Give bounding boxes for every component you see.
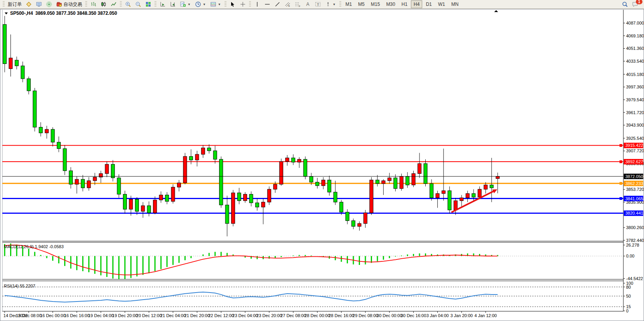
bear-candle <box>63 148 67 171</box>
yellow-package-icon <box>26 1 32 7</box>
dropdown-caret[interactable]: ▼ <box>202 3 206 6</box>
bear-candle <box>376 180 379 183</box>
cursor-icon <box>230 1 236 7</box>
vertical-line-tool-button[interactable] <box>252 0 262 8</box>
timeframe-button-w1[interactable]: W1 <box>435 0 448 8</box>
bear-candle <box>472 194 476 197</box>
line-anchor[interactable] <box>619 197 622 200</box>
timeframe-button-m5[interactable]: M5 <box>355 0 367 8</box>
search-button[interactable] <box>620 0 630 8</box>
price-tick-label: 4069.180 <box>626 34 644 38</box>
rsi-tick-label: 0 <box>626 309 628 313</box>
template-button[interactable]: ▼ <box>208 0 223 8</box>
bull-candle <box>412 174 415 185</box>
trend-arrow[interactable] <box>451 189 497 212</box>
chart-canvas[interactable]: 4087.0004069.1804051.3604033.5404015.180… <box>0 9 644 321</box>
bear-candle <box>207 148 211 151</box>
auto-trading-button[interactable]: 自动交易 <box>54 0 84 9</box>
horizontal-line-tool-button[interactable] <box>262 0 272 8</box>
toolbar-drag-handle[interactable] <box>3 1 5 7</box>
chat-button[interactable]: 1 <box>630 0 640 8</box>
dropdown-caret[interactable]: ▼ <box>332 3 336 6</box>
new-order-label: 新订单 <box>8 1 22 8</box>
timeframe-button-m15[interactable]: M15 <box>368 0 383 8</box>
add-indicator-button[interactable]: ▼ <box>178 0 193 8</box>
dropdown-caret[interactable]: ▼ <box>187 3 191 6</box>
chart-window: 4087.0004069.1804051.3604033.5404015.180… <box>0 9 644 321</box>
bull-candle <box>129 199 133 209</box>
chart-marker-icon[interactable] <box>494 10 498 12</box>
auto-scroll-button[interactable] <box>158 0 168 8</box>
toolbar-drag-handle[interactable] <box>225 1 226 7</box>
svg-text:F: F <box>299 5 300 7</box>
bear-candle <box>165 195 169 201</box>
line-anchor[interactable] <box>619 160 622 163</box>
arrows-tool-button[interactable]: ▼ <box>323 0 338 8</box>
time-tick-label: 3 Jan 04:00 <box>426 313 449 318</box>
price-tick-label: 4015.180 <box>626 72 644 77</box>
tile-windows-button[interactable] <box>143 0 153 8</box>
time-tick-label: 30 Dec 16:00 <box>401 313 426 318</box>
bar-chart-mode-button[interactable] <box>88 0 98 8</box>
price-tick-label: 3800.260 <box>626 225 644 230</box>
text-tool-button[interactable]: A <box>303 0 313 8</box>
timeframe-button-d1[interactable]: D1 <box>423 0 434 8</box>
line-chart-mode-button[interactable] <box>109 0 119 8</box>
bull-candle <box>105 164 109 174</box>
crosshair-icon <box>240 1 246 7</box>
signal-button[interactable] <box>44 0 54 8</box>
macd-values: 1.9402 -0.0583 <box>35 244 63 249</box>
time-tick-label: 16 Dec 16:00 <box>64 313 89 318</box>
timeframe-button-m30[interactable]: M30 <box>383 0 398 8</box>
macd-indicator-label: MACD(12,26,9) 1.9402 -0.0583 <box>4 244 64 249</box>
bull-candle <box>484 185 488 189</box>
new-order-button[interactable]: 新订单 <box>6 0 24 9</box>
fibonacci-tool-button[interactable]: F <box>293 0 303 8</box>
cursor-tool-button[interactable] <box>228 0 238 8</box>
zoom-in-button[interactable] <box>123 0 133 8</box>
zoom-out-button[interactable] <box>133 0 143 8</box>
dropdown-caret[interactable]: ▼ <box>218 3 221 6</box>
text-label-tool-button[interactable]: T <box>313 0 323 8</box>
price-line-badge-label: 3820.441 <box>625 211 643 215</box>
bear-candle <box>69 171 72 184</box>
macd-tick-label: -44.5422 <box>626 276 643 281</box>
open-data-folder-button[interactable] <box>24 0 34 8</box>
line-anchor[interactable] <box>619 144 622 147</box>
macd-tick-label: 0.00 <box>626 254 634 258</box>
candlestick-mode-button[interactable] <box>98 0 109 8</box>
terminal-button[interactable] <box>34 0 44 8</box>
toolbar-drag-handle[interactable] <box>249 1 251 7</box>
equidistant-channel-icon: E <box>284 1 291 7</box>
bear-candle <box>219 159 223 205</box>
timeframe-button-h4[interactable]: H4 <box>411 0 422 8</box>
period-button[interactable]: ▼ <box>193 0 208 8</box>
toolbar-drag-handle[interactable] <box>154 1 156 7</box>
toolbar-drag-handle[interactable] <box>85 1 87 7</box>
text-label-icon: T <box>315 1 321 7</box>
price-tick-label: 4051.360 <box>626 46 644 51</box>
crosshair-tool-button[interactable] <box>238 0 248 8</box>
bear-candle <box>328 180 331 192</box>
timeframe-button-m1[interactable]: M1 <box>343 0 355 8</box>
chart-shift-button[interactable] <box>168 0 178 8</box>
toolbar-drag-handle[interactable] <box>120 1 122 7</box>
one-click-expand-icon[interactable] <box>5 12 8 14</box>
timeframe-button-h1[interactable]: H1 <box>399 0 410 8</box>
trendline-tool-button[interactable] <box>272 0 283 8</box>
price-tick-label: 3925.540 <box>626 136 644 141</box>
rsi-value: 55.2207 <box>20 284 35 288</box>
price-line-badge-label: 3872.050 <box>625 174 643 179</box>
time-tick-label: 23 Dec 20:00 <box>256 313 282 318</box>
bear-candle <box>340 202 343 212</box>
macd-signal-line <box>5 245 498 275</box>
bull-candle <box>478 189 481 197</box>
timeframe-button-mn[interactable]: MN <box>449 0 462 8</box>
toolbar-drag-handle[interactable] <box>339 1 341 7</box>
time-tick-label: 20 Dec 12:00 <box>136 313 161 318</box>
price-tick-label: 3943.900 <box>626 123 644 127</box>
line-anchor[interactable] <box>619 182 622 185</box>
time-tick-label: 15 Dec 08:00 <box>16 313 41 318</box>
channel-tool-button[interactable]: E <box>283 0 293 8</box>
fibonacci-icon: F <box>295 1 301 7</box>
